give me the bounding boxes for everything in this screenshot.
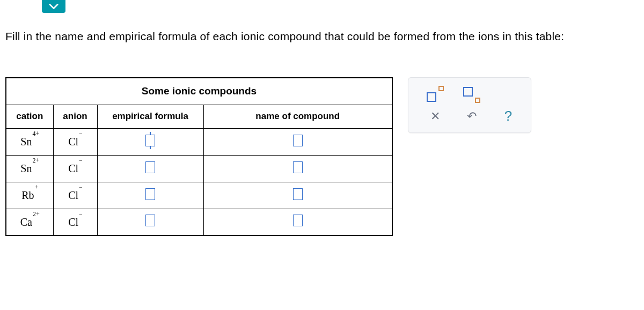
table-row: Rb+ Cl− (6, 182, 392, 209)
formula-input[interactable] (145, 215, 155, 226)
chevron-down-icon (49, 3, 58, 10)
name-input-cell[interactable] (203, 128, 392, 155)
subscript-icon (463, 87, 480, 102)
anion-cell: Cl− (53, 128, 97, 155)
dropdown-toggle[interactable] (42, 0, 65, 13)
header-cation: cation (6, 105, 53, 128)
table-row: Sn2+ Cl− (6, 155, 392, 182)
name-input[interactable] (293, 135, 303, 146)
header-anion: anion (53, 105, 97, 128)
formula-input[interactable] (145, 135, 155, 146)
instruction-text: Fill in the name and empirical formula o… (5, 30, 564, 43)
name-input[interactable] (293, 215, 303, 226)
ionic-compounds-table: Some ionic compounds cation anion empiri… (5, 77, 393, 236)
header-name: name of compound (203, 105, 392, 128)
superscript-button[interactable] (425, 85, 446, 104)
formula-input-cell[interactable] (97, 209, 203, 235)
help-button[interactable]: ? (497, 107, 519, 126)
toolbar-row-1 (415, 83, 524, 105)
undo-button[interactable]: ↶ (461, 107, 482, 126)
name-input[interactable] (293, 188, 303, 200)
undo-icon: ↶ (467, 109, 477, 123)
header-formula: empirical formula (97, 105, 203, 128)
anion-cell: Cl− (53, 155, 97, 182)
formula-input-cell[interactable] (97, 155, 203, 182)
table-row: Sn4+ Cl− (6, 128, 392, 155)
close-icon: ✕ (430, 109, 440, 123)
name-input-cell[interactable] (203, 155, 392, 182)
table-row: Ca2+ Cl− (6, 209, 392, 235)
name-input-cell[interactable] (203, 182, 392, 209)
superscript-icon (427, 87, 444, 102)
name-input[interactable] (293, 161, 303, 173)
table-title: Some ionic compounds (6, 78, 392, 105)
anion-cell: Cl− (53, 182, 97, 209)
cation-cell: Ca2+ (6, 209, 53, 235)
formula-input-cell[interactable] (97, 128, 203, 155)
input-toolbar: ✕ ↶ ? (408, 77, 531, 133)
formula-input[interactable] (145, 161, 155, 173)
clear-button[interactable]: ✕ (425, 107, 446, 126)
cation-cell: Sn4+ (6, 128, 53, 155)
formula-input-cell[interactable] (97, 182, 203, 209)
cation-cell: Sn2+ (6, 155, 53, 182)
cation-cell: Rb+ (6, 182, 53, 209)
name-input-cell[interactable] (203, 209, 392, 235)
help-icon: ? (504, 108, 512, 124)
anion-cell: Cl− (53, 209, 97, 235)
subscript-button[interactable] (461, 85, 482, 104)
formula-input[interactable] (145, 188, 155, 200)
toolbar-row-2: ✕ ↶ ? (415, 105, 524, 127)
